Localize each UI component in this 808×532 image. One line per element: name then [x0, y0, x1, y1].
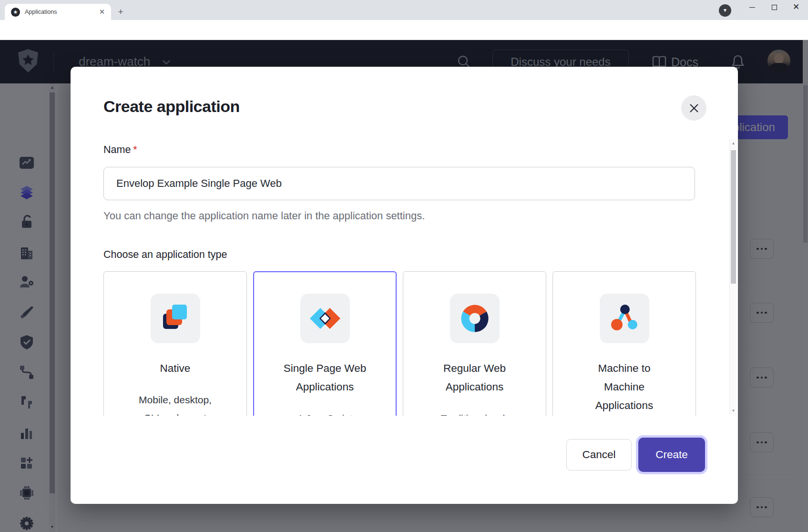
name-helper-text: You can change the application name late…	[103, 210, 425, 222]
create-application-modal: Create application Name* You can change …	[71, 67, 738, 504]
browser-tab[interactable]: ★ Applications ✕	[5, 4, 111, 20]
auth0-page: dream-watch Discuss your needs Docs ▲ ▼	[0, 40, 808, 532]
card-title: Single Page Web Applications	[254, 359, 396, 396]
modal-scrollbar[interactable]: ▲ ▼	[729, 139, 736, 415]
card-description: Traditional web	[403, 409, 546, 416]
card-description: A JavaScript	[254, 409, 396, 416]
modal-scroll-down-icon[interactable]: ▼	[730, 409, 737, 413]
name-label: Name*	[103, 144, 137, 156]
modal-title: Create application	[103, 97, 240, 116]
single-page-app-icon	[300, 294, 350, 343]
application-type-cards: Native Mobile, desktop, CLI and smart	[103, 271, 696, 416]
application-name-input[interactable]	[103, 167, 695, 200]
cancel-button[interactable]: Cancel	[566, 439, 632, 471]
card-description: Mobile, desktop, CLI and smart	[104, 391, 246, 416]
modal-scrollbar-thumb[interactable]	[731, 150, 736, 284]
card-title: Machine to Machine Applications	[553, 359, 695, 415]
native-icon	[151, 294, 200, 343]
window-maximize-button[interactable]	[767, 2, 781, 13]
create-button[interactable]: Create	[638, 438, 705, 472]
browser-toolbar: ← → manage.auth0.com/dashboard/eu/dream-…	[0, 20, 808, 40]
new-tab-button[interactable]: +	[116, 7, 125, 17]
modal-scroll-up-icon[interactable]: ▲	[730, 141, 737, 145]
window-minimize-button[interactable]	[745, 2, 759, 13]
app-type-card-machine-to-machine[interactable]: Machine to Machine Applications	[552, 271, 696, 416]
tab-close-icon[interactable]: ✕	[98, 8, 106, 16]
machine-to-machine-icon	[600, 294, 649, 343]
browser-update-icon[interactable]: ▼	[719, 4, 731, 17]
application-type-label: Choose an application type	[103, 249, 227, 261]
required-mark: *	[133, 144, 137, 155]
browser-window: ★ Applications ✕ + ▼ ✕ ← → manage.auth0.…	[0, 0, 808, 532]
app-type-card-native[interactable]: Native Mobile, desktop, CLI and smart	[103, 271, 247, 416]
app-type-card-regular-web[interactable]: Regular Web Applications Traditional web	[403, 271, 546, 416]
modal-close-button[interactable]	[681, 95, 706, 121]
tab-strip: ★ Applications ✕ + ▼ ✕	[0, 0, 808, 20]
card-title: Native	[104, 359, 246, 378]
window-close-button[interactable]: ✕	[789, 2, 803, 13]
app-type-card-spa-selected[interactable]: Single Page Web Applications A JavaScrip…	[253, 271, 397, 416]
regular-web-app-icon	[450, 294, 500, 343]
auth0-favicon: ★	[11, 8, 20, 17]
card-title: Regular Web Applications	[403, 359, 546, 396]
tab-title: Applications	[25, 9, 98, 15]
close-icon	[689, 103, 699, 113]
